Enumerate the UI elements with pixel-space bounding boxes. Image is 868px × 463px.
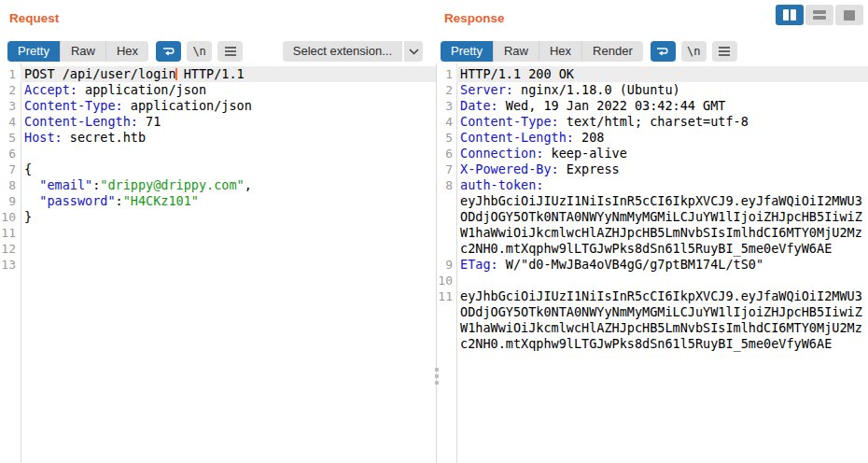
editor-line: c2NH0.mtXqphw9lLTGJwPks8dSn61l5RuyBI_5me… [437,336,868,352]
code-text[interactable]: c2NH0.mtXqphw9lLTGJwPks8dSn61l5RuyBI_5me… [456,241,868,257]
code-text[interactable]: Content-Length: 71 [21,114,436,130]
word-wrap-icon [161,45,176,58]
code-text[interactable]: W1haWwiOiJkcmlwcHlAZHJpcHB5LmNvbSIsImlhd… [456,320,868,336]
extension-dropdown-label: Select extension... [283,41,402,62]
line-number [437,320,456,336]
editor-line: 10} [0,209,436,225]
tab-hex[interactable]: Hex [539,41,581,62]
editor-line: 7{ [0,161,436,177]
line-number: 8 [0,177,21,193]
line-number: 4 [437,114,456,130]
code-text[interactable]: eyJhbGciOiJIUzI1NiIsInR5cCI6IkpXVCJ9.eyJ… [456,193,868,209]
code-text[interactable]: ODdjOGY5OTk0NTA0NWYyNmMyMGMiLCJuYW1lIjoi… [456,304,868,320]
editor-line: W1haWwiOiJkcmlwcHlAZHJpcHB5LmNvbSIsImlhd… [437,320,868,336]
code-text[interactable] [21,257,436,273]
request-view-tabs: PrettyRawHex [7,41,148,62]
editor-line: 1POST /api/user/login HTTP/1.1 [0,66,436,82]
show-newlines-button[interactable]: \n [681,41,707,62]
code-text[interactable]: eyJhbGciOiJIUzI1NiIsInR5cCI6IkpXVCJ9.eyJ… [456,288,868,304]
editor-line: 7X-Powered-By: Express [437,161,868,177]
response-view-tabs: PrettyRawHexRender [441,41,643,62]
tab-raw[interactable]: Raw [60,41,105,62]
code-text[interactable]: W1haWwiOiJkcmlwcHlAZHJpcHB5LmNvbSIsImlhd… [456,225,868,241]
code-text[interactable]: auth-token: [456,177,868,193]
tab-pretty[interactable]: Pretty [7,41,60,62]
editor-line: 8auth-token: [437,177,868,193]
code-text[interactable]: Content-Length: 208 [456,130,868,146]
word-wrap-button[interactable] [651,41,676,62]
request-title: Request [9,11,59,25]
line-number: 1 [437,66,456,82]
line-number: 7 [437,161,456,177]
editor-line: ODdjOGY5OTk0NTA0NWYyNmMyMGMiLCJuYW1lIjoi… [437,209,868,225]
code-text[interactable]: ODdjOGY5OTk0NTA0NWYyNmMyMGMiLCJuYW1lIjoi… [456,209,868,225]
line-number: 6 [437,146,456,161]
response-title: Response [444,11,505,25]
editor-line: W1haWwiOiJkcmlwcHlAZHJpcHB5LmNvbSIsImlhd… [437,225,868,241]
code-text[interactable]: ETag: W/"d0-MwJBa4oVB4gG/g7ptBM174L/tS0" [456,257,868,273]
line-number [437,336,456,352]
editor-line: 5Host: secret.htb [0,130,436,146]
code-text[interactable]: Content-Type: application/json [21,98,436,114]
code-text[interactable] [456,273,868,288]
line-number [437,193,456,209]
line-number: 12 [0,241,21,257]
tab-raw[interactable]: Raw [493,41,539,62]
menu-icon [224,46,237,57]
extension-dropdown[interactable]: Select extension... [283,41,423,62]
menu-icon [718,46,731,57]
line-number [437,209,456,225]
editor-line: 2Accept: application/json [0,82,436,98]
response-toolbar: PrettyRawHexRender \n [441,41,864,62]
editor-line: 11 [0,225,436,241]
code-text[interactable] [21,146,436,161]
editor-line: 6Connection: keep-alive [437,146,868,161]
line-number: 9 [0,193,21,209]
code-text[interactable]: Server: nginx/1.18.0 (Ubuntu) [456,82,868,98]
code-text[interactable]: c2NH0.mtXqphw9lLTGJwPks8dSn61l5RuyBI_5me… [456,336,868,352]
code-text[interactable]: { [21,161,436,177]
line-number: 4 [0,114,21,130]
request-pane: Request PrettyRawHex \n Select extension… [0,0,436,463]
code-text[interactable]: POST /api/user/login HTTP/1.1 [21,66,436,82]
code-text[interactable]: Connection: keep-alive [456,146,868,161]
editor-line: 2Server: nginx/1.18.0 (Ubuntu) [437,82,868,98]
editor-line: 1HTTP/1.1 200 OK [437,66,868,82]
response-editor[interactable]: 1HTTP/1.1 200 OK2Server: nginx/1.18.0 (U… [437,63,868,463]
line-number: 10 [437,273,456,288]
tab-pretty[interactable]: Pretty [441,41,493,62]
code-text[interactable]: X-Powered-By: Express [456,161,868,177]
word-wrap-button[interactable] [156,41,181,62]
editor-line: 9 "password":"H4CKz101" [0,193,436,209]
code-text[interactable] [21,225,436,241]
code-text[interactable]: Content-Type: text/html; charset=utf-8 [456,114,868,130]
menu-button[interactable] [217,41,243,62]
code-text[interactable]: "password":"H4CKz101" [21,193,436,209]
line-number: 2 [0,82,21,98]
editor-line: 4Content-Length: 71 [0,114,436,130]
code-text[interactable]: Date: Wed, 19 Jan 2022 03:42:44 GMT [456,98,868,114]
tab-render[interactable]: Render [581,41,643,62]
line-number: 3 [437,98,456,114]
line-number: 5 [0,130,21,146]
editor-line: 9ETag: W/"d0-MwJBa4oVB4gG/g7ptBM174L/tS0… [437,257,868,273]
code-text[interactable] [21,241,436,257]
show-newlines-button[interactable]: \n [187,41,212,62]
tab-hex[interactable]: Hex [105,41,148,62]
line-number: 11 [0,225,21,241]
editor-line: 3Date: Wed, 19 Jan 2022 03:42:44 GMT [437,98,868,114]
menu-button[interactable] [712,41,737,62]
line-number: 2 [437,82,456,98]
editor-line: 5Content-Length: 208 [437,130,868,146]
code-text[interactable]: HTTP/1.1 200 OK [456,66,868,82]
request-editor[interactable]: 1POST /api/user/login HTTP/1.12Accept: a… [0,63,436,463]
request-toolbar: PrettyRawHex \n Select extension... [7,41,423,62]
code-text[interactable]: "email":"drippy@drippy.com", [21,177,436,193]
code-text[interactable]: Accept: application/json [21,82,436,98]
editor-line: 4Content-Type: text/html; charset=utf-8 [437,114,868,130]
line-number [437,304,456,320]
response-pane: Response PrettyRawHexRender \n 1HTTP/1.1… [437,0,868,463]
code-text[interactable]: Host: secret.htb [21,130,436,146]
editor-line: 8 "email":"drippy@drippy.com", [0,177,436,193]
code-text[interactable]: } [21,209,436,225]
